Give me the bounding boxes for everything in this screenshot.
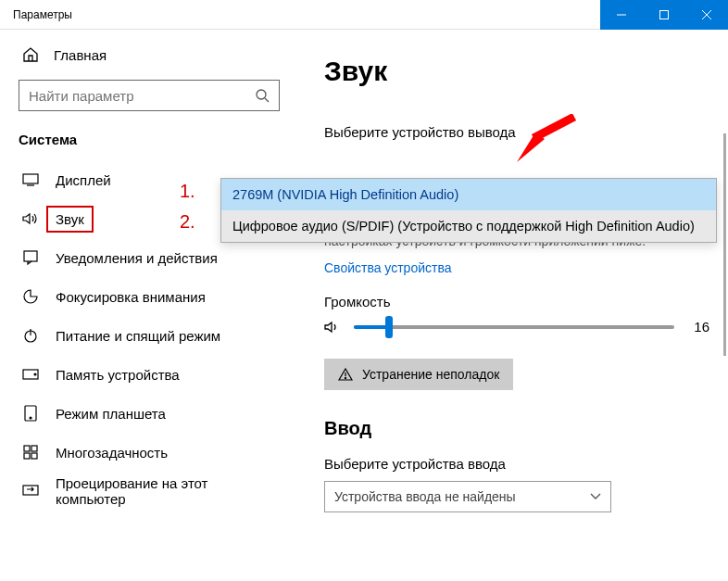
volume-value: 16 [687, 319, 709, 335]
troubleshoot-button[interactable]: Устранение неполадок [324, 359, 513, 390]
nav-label: Память устройства [56, 367, 180, 383]
chevron-down-icon [590, 493, 601, 500]
svg-rect-17 [24, 453, 30, 459]
sidebar-item-power[interactable]: Питание и спящий режим [19, 316, 276, 355]
multitask-icon [22, 445, 39, 460]
home-link[interactable]: Главная [22, 46, 276, 63]
sidebar: Главная Система Дисплей Звук Уведомления… [0, 30, 295, 581]
home-icon [22, 46, 39, 63]
main-panel: Звук Выберите устройство вывода параметр… [295, 30, 728, 581]
svg-point-14 [30, 417, 31, 419]
slider-thumb[interactable] [385, 316, 393, 338]
focus-icon [22, 289, 39, 304]
svg-line-5 [265, 98, 269, 102]
search-icon [255, 88, 270, 103]
nav-label: Проецирование на этот компьютер [56, 475, 276, 507]
window-controls [600, 0, 728, 29]
notifications-icon [22, 250, 39, 265]
output-device-dropdown[interactable]: 2769M (NVIDIA High Definition Audio) Циф… [220, 178, 717, 243]
svg-point-21 [345, 378, 345, 379]
nav-label: Фокусировка внимания [56, 289, 206, 305]
power-icon [22, 328, 39, 343]
projecting-icon [22, 485, 39, 498]
dropdown-option-1[interactable]: 2769M (NVIDIA High Definition Audio) [221, 179, 716, 210]
annotation-1: 1. [180, 181, 195, 202]
search-input[interactable] [19, 80, 280, 111]
svg-point-12 [34, 373, 36, 375]
sound-icon [22, 212, 39, 225]
close-button[interactable] [685, 0, 728, 30]
svg-rect-19 [23, 486, 38, 495]
maximize-button[interactable] [643, 0, 685, 30]
svg-rect-16 [31, 446, 37, 451]
warning-icon [338, 368, 353, 381]
input-device-label: Выберите устройства ввода [324, 456, 709, 472]
svg-rect-18 [31, 453, 37, 459]
sidebar-item-focus[interactable]: Фокусировка внимания [19, 277, 276, 316]
device-properties-link[interactable]: Свойства устройства [324, 260, 452, 275]
page-title: Звук [324, 56, 709, 87]
volume-label: Громкость [324, 294, 709, 309]
dropdown-option-2[interactable]: Цифровое аудио (S/PDIF) (Устройство с по… [221, 210, 716, 242]
storage-icon [22, 369, 39, 380]
nav-label: Уведомления и действия [56, 250, 218, 266]
home-label: Главная [54, 47, 107, 63]
nav-label: Режим планшета [56, 406, 166, 422]
svg-rect-1 [660, 11, 669, 19]
svg-point-4 [257, 90, 266, 99]
nav-label: Питание и спящий режим [56, 328, 220, 344]
search-field[interactable] [29, 88, 255, 104]
sidebar-item-notifications[interactable]: Уведомления и действия [19, 238, 276, 277]
speaker-icon [324, 320, 341, 335]
volume-control: 16 [324, 319, 709, 335]
nav-label: Звук [56, 211, 84, 227]
group-title: Система [19, 132, 276, 147]
volume-slider[interactable] [354, 325, 674, 329]
input-device-select[interactable]: Устройства ввода не найдены [324, 481, 611, 512]
minimize-button[interactable] [600, 0, 643, 30]
input-select-value: Устройства ввода не найдены [334, 489, 516, 504]
sidebar-item-multitask[interactable]: Многозадачность [19, 433, 276, 472]
svg-rect-15 [24, 446, 30, 451]
scrollbar[interactable] [723, 133, 726, 356]
nav-label: Многозадачность [56, 445, 168, 461]
input-header: Ввод [324, 418, 709, 439]
annotation-arrow [517, 114, 582, 165]
troubleshoot-label: Устранение неполадок [362, 367, 499, 382]
svg-line-23 [533, 117, 574, 138]
nav-label: Дисплей [56, 172, 111, 188]
display-icon [22, 173, 39, 186]
svg-rect-8 [24, 251, 37, 261]
sidebar-item-tablet[interactable]: Режим планшета [19, 394, 276, 433]
sidebar-item-projecting[interactable]: Проецирование на этот компьютер [19, 472, 276, 511]
window-title: Параметры [0, 8, 72, 21]
tablet-icon [22, 405, 39, 422]
sidebar-item-storage[interactable]: Память устройства [19, 355, 276, 394]
svg-rect-6 [23, 174, 38, 183]
annotation-2: 2. [180, 211, 195, 233]
titlebar: Параметры [0, 0, 728, 30]
